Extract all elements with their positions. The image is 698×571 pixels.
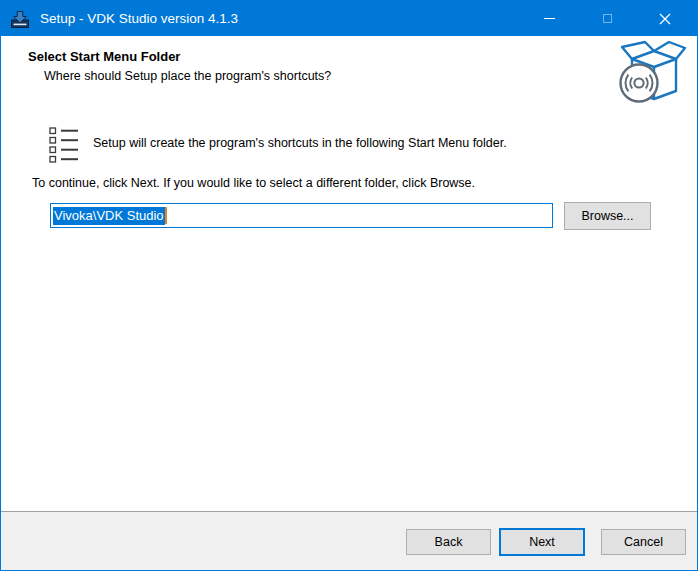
window-controls [520, 1, 694, 36]
back-button[interactable]: Back [406, 529, 491, 555]
installer-app-icon [10, 9, 30, 29]
start-menu-folder-input[interactable]: Vivoka\VDK Studio [50, 203, 553, 228]
page-title: Select Start Menu Folder [28, 49, 180, 64]
page-subtitle: Where should Setup place the program's s… [44, 69, 331, 83]
minimize-icon [544, 18, 555, 19]
selected-folder-text: Vivoka\VDK Studio [53, 207, 165, 225]
minimize-button[interactable] [520, 1, 578, 36]
text-caret [165, 207, 167, 224]
software-box-with-disc-icon [616, 39, 690, 107]
close-button[interactable] [636, 1, 694, 36]
cancel-button[interactable]: Cancel [601, 529, 686, 555]
setup-window: Setup - VDK Studio version 4.1.3 Select … [0, 0, 698, 571]
window-title: Setup - VDK Studio version 4.1.3 [40, 11, 238, 26]
close-icon [659, 13, 671, 25]
footer-bar: Back Next Cancel [1, 511, 697, 570]
browse-button[interactable]: Browse... [564, 202, 651, 230]
maximize-button[interactable] [578, 1, 636, 36]
maximize-icon [603, 14, 612, 23]
title-bar[interactable]: Setup - VDK Studio version 4.1.3 [1, 1, 697, 36]
wizard-page: Select Start Menu Folder Where should Se… [1, 36, 697, 511]
next-button[interactable]: Next [499, 528, 585, 556]
info-text: Setup will create the program's shortcut… [93, 136, 653, 150]
instruction-text: To continue, click Next. If you would li… [32, 176, 652, 190]
start-menu-list-icon [49, 127, 79, 164]
